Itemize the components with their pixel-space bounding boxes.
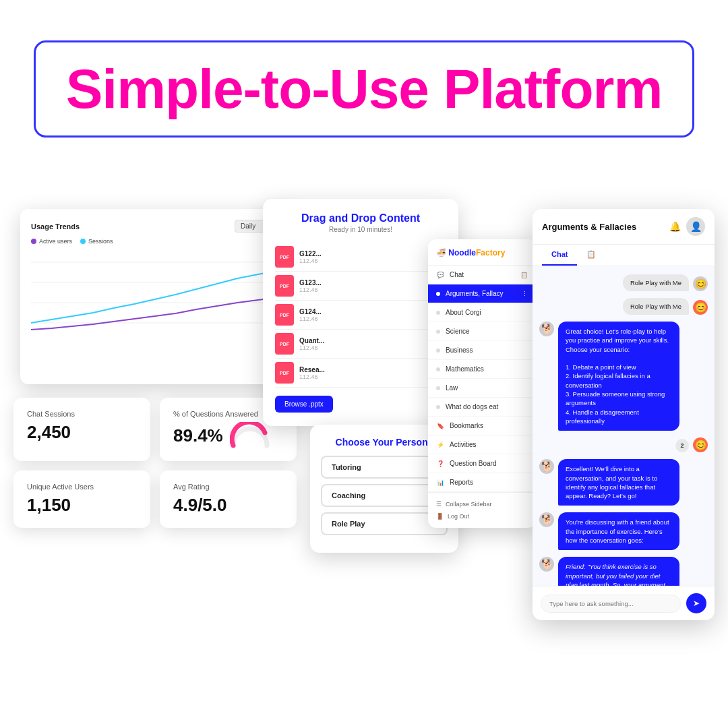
tab-chat[interactable]: Chat <box>542 245 577 266</box>
sidebar-header: 🍜 NoodleFactory <box>428 239 536 266</box>
file-info: G123... 112.46 <box>299 279 446 293</box>
chart-legend: Active users Sessions <box>31 238 293 245</box>
browse-button[interactable]: Browse .pptx <box>275 396 333 413</box>
sidebar-panel: 🍜 NoodleFactory 💬 Chat 📋 Arguments, Fall… <box>428 239 536 528</box>
ai-avatar-msg: 🐕 <box>539 557 554 572</box>
message-bubble-ai: You're discussing with a friend about th… <box>558 512 679 550</box>
sidebar-item-law[interactable]: Law <box>428 379 536 398</box>
chat-messages: Role Play with Me 😊 Role Play with Me 😊 … <box>533 266 715 586</box>
user-avatar-msg: 😊 <box>693 300 708 315</box>
sidebar-item-arguments[interactable]: Arguments, Fallacy ⋮ <box>428 284 536 303</box>
more-icon: ⋮ <box>522 291 528 297</box>
sidebar-item-mathematics[interactable]: Mathematics <box>428 360 536 379</box>
collapse-sidebar-button[interactable]: ☰ Collapse Sidebar <box>436 498 528 510</box>
avatar-emoji: 😊 <box>695 302 706 313</box>
chat-icon: 💬 <box>436 272 444 278</box>
ai-avatar-msg: 🐕 <box>539 512 554 527</box>
tab-board[interactable]: 📋 <box>577 245 605 266</box>
sidebar-item-activities[interactable]: ⚡ Activities <box>428 435 536 454</box>
number-badge: 2 <box>675 439 689 452</box>
legend-label-active: Active users <box>39 238 72 245</box>
bookmark-icon: 🔖 <box>436 423 444 429</box>
user-avatar-msg: 😊 <box>693 276 708 291</box>
file-info: G124... 112.46 <box>299 308 446 322</box>
file-size: 112.46 <box>299 257 446 264</box>
chat-header-icons: 🔔 👤 <box>669 217 705 236</box>
sidebar-item-about-corgi[interactable]: About Corgi <box>428 303 536 322</box>
sidebar-item-chat[interactable]: 💬 Chat 📋 <box>428 266 536 284</box>
file-size: 112.46 <box>299 286 446 293</box>
ai-avatar-msg: 🐕 <box>539 459 554 474</box>
sidebar-item-label: About Corgi <box>446 309 481 316</box>
sidebar-item-bookmarks[interactable]: 🔖 Bookmarks <box>428 417 536 435</box>
sidebar-item-label: Reports <box>450 479 473 486</box>
file-size: 112.46 <box>299 315 446 322</box>
send-icon: ➤ <box>693 599 700 608</box>
sidebar-item-question-board[interactable]: ❓ Question Board <box>428 454 536 473</box>
nav-dot <box>436 405 440 409</box>
logout-label: Log Out <box>448 513 469 520</box>
sidebar-item-reports[interactable]: 📊 Reports <box>428 473 536 492</box>
legend-dot-active <box>31 239 36 244</box>
nav-dot <box>436 330 440 334</box>
gauge-container: 89.4% <box>173 422 283 449</box>
stat-value-2: 1,150 <box>27 495 137 516</box>
stat-chat-sessions: Chat Sessions 2,450 <box>13 398 150 461</box>
message-bubble-ai: Great choice! Let's role-play to help yo… <box>558 322 679 431</box>
sidebar-item-dogs[interactable]: What do dogs eat <box>428 398 536 417</box>
file-name: G124... <box>299 308 446 315</box>
avatar-emoji: 🐕 <box>541 461 553 472</box>
page-title: Simple-to-Use Platform <box>63 61 665 117</box>
file-name: G123... <box>299 279 446 286</box>
sidebar-item-label: Activities <box>450 441 476 448</box>
logout-button[interactable]: 🚪 Log Out <box>436 510 528 522</box>
stat-value-0: 2,450 <box>27 422 137 443</box>
file-info: Quant... 112.46 <box>299 337 446 351</box>
message-right: 2 😊 <box>539 437 708 452</box>
sidebar-item-business[interactable]: Business <box>428 341 536 360</box>
ai-message-text: Excellent! We'll dive into a conversatio… <box>566 465 657 499</box>
stat-avg-rating: Avg Rating 4.9/5.0 <box>160 471 297 528</box>
noodle-logo: 🍜 NoodleFactory <box>436 248 505 257</box>
file-size: 112.46 <box>299 344 446 351</box>
file-name: G122... <box>299 250 446 257</box>
file-icon: PDF <box>275 362 294 384</box>
stat-label-0: Chat Sessions <box>27 410 137 418</box>
nav-dot <box>436 367 440 371</box>
sidebar-item-label: Arguments, Fallacy <box>446 290 504 297</box>
question-icon: ❓ <box>436 460 444 467</box>
chat-header-title: Arguments & Fallacies <box>542 222 636 232</box>
activities-icon: ⚡ <box>436 442 444 448</box>
legend-dot-sessions <box>80 239 86 244</box>
message-bubble-ai: Friend: "You think exercise is so import… <box>558 557 679 586</box>
sidebar-item-science[interactable]: Science <box>428 322 536 341</box>
send-button[interactable]: ➤ <box>686 593 706 613</box>
nav-dot <box>436 292 440 296</box>
stat-value-3: 4.9/5.0 <box>173 495 283 516</box>
ai-message-text: You're discussing with a friend about th… <box>566 518 669 544</box>
sidebar-item-label: Business <box>446 346 473 354</box>
line-chart <box>31 249 293 343</box>
sidebar-item-label: Law <box>446 384 458 392</box>
bell-icon[interactable]: 🔔 <box>669 221 681 232</box>
file-icon: PDF <box>275 275 294 297</box>
logout-icon: 🚪 <box>436 513 444 520</box>
stat-label-3: Avg Rating <box>173 483 283 491</box>
drag-drop-title: Drag and Drop Content <box>275 212 446 224</box>
avatar-emoji: 🐕 <box>541 559 553 570</box>
file-icon: PDF <box>275 304 294 326</box>
user-avatar[interactable]: 👤 <box>686 217 705 236</box>
nav-dot <box>436 348 440 353</box>
reports-icon: 📊 <box>436 479 444 486</box>
nav-dot <box>436 386 440 390</box>
chat-tabs: Chat 📋 <box>533 245 715 266</box>
chat-input[interactable] <box>541 595 681 613</box>
file-size: 112.46 <box>299 373 446 380</box>
message-bubble-ai: Excellent! We'll dive into a conversatio… <box>558 459 679 506</box>
header-banner: Simple-to-Use Platform <box>34 40 694 138</box>
avatar-emoji: 😊 <box>695 439 706 450</box>
chat-input-area: ➤ <box>533 586 715 620</box>
message-left: 🐕 Great choice! Let's role-play to help … <box>539 322 708 431</box>
stat-value-1: 89.4% <box>173 425 223 446</box>
file-icon: PDF <box>275 246 294 268</box>
